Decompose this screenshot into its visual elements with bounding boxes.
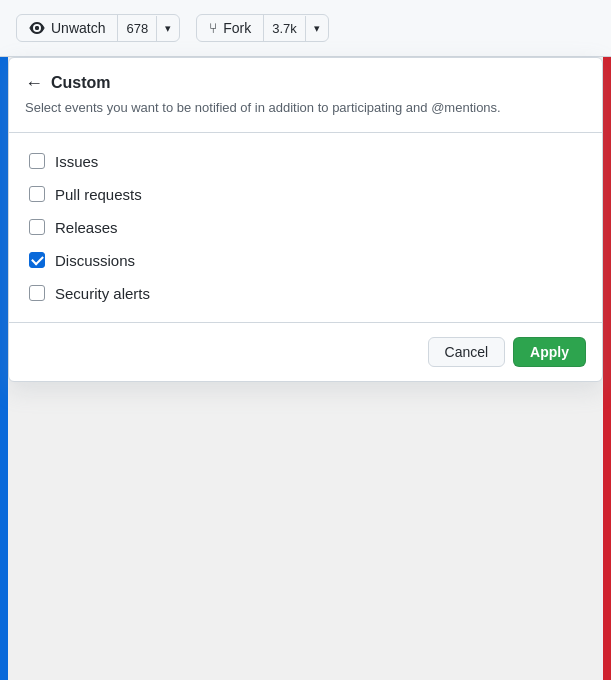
bg-right-panel — [603, 57, 611, 680]
checkbox-issues[interactable] — [29, 153, 45, 169]
popup-title: Custom — [51, 74, 111, 92]
option-issues[interactable]: Issues — [9, 145, 602, 178]
fork-label: Fork — [223, 20, 251, 36]
option-security-alerts-label: Security alerts — [55, 285, 150, 302]
popup-header: ← Custom Select events you want to be no… — [9, 58, 602, 133]
option-discussions-label: Discussions — [55, 252, 135, 269]
svg-point-1 — [35, 26, 39, 30]
cancel-button[interactable]: Cancel — [428, 337, 506, 367]
custom-notifications-popup: ← Custom Select events you want to be no… — [8, 57, 603, 382]
bg-left-panel — [0, 57, 8, 680]
option-issues-label: Issues — [55, 153, 98, 170]
back-button[interactable]: ← — [25, 74, 43, 92]
options-list: Issues Pull requests Releases Discussion… — [9, 133, 602, 322]
option-discussions[interactable]: Discussions — [9, 244, 602, 277]
option-releases-label: Releases — [55, 219, 118, 236]
checkbox-discussions[interactable] — [29, 252, 45, 268]
fork-button[interactable]: ⑂ Fork — [197, 15, 264, 41]
checkbox-security-alerts[interactable] — [29, 285, 45, 301]
fork-group: ⑂ Fork 3.7k ▾ — [196, 14, 329, 42]
fork-count: 3.7k — [264, 16, 306, 41]
unwatch-count: 678 — [118, 16, 157, 41]
checkbox-pull-requests[interactable] — [29, 186, 45, 202]
option-security-alerts[interactable]: Security alerts — [9, 277, 602, 310]
popup-title-row: ← Custom — [25, 74, 586, 92]
eye-icon — [29, 20, 45, 36]
fork-caret-button[interactable]: ▾ — [306, 17, 328, 40]
apply-button[interactable]: Apply — [513, 337, 586, 367]
top-bar: Unwatch 678 ▾ ⑂ Fork 3.7k ▾ — [0, 0, 611, 57]
unwatch-button[interactable]: Unwatch — [17, 15, 118, 41]
option-releases[interactable]: Releases — [9, 211, 602, 244]
checkbox-releases[interactable] — [29, 219, 45, 235]
fork-icon: ⑂ — [209, 20, 217, 36]
unwatch-group: Unwatch 678 ▾ — [16, 14, 180, 42]
unwatch-caret-button[interactable]: ▾ — [157, 17, 179, 40]
option-pull-requests-label: Pull requests — [55, 186, 142, 203]
unwatch-label: Unwatch — [51, 20, 105, 36]
popup-description: Select events you want to be notified of… — [25, 98, 586, 118]
option-pull-requests[interactable]: Pull requests — [9, 178, 602, 211]
popup-footer: Cancel Apply — [9, 322, 602, 381]
